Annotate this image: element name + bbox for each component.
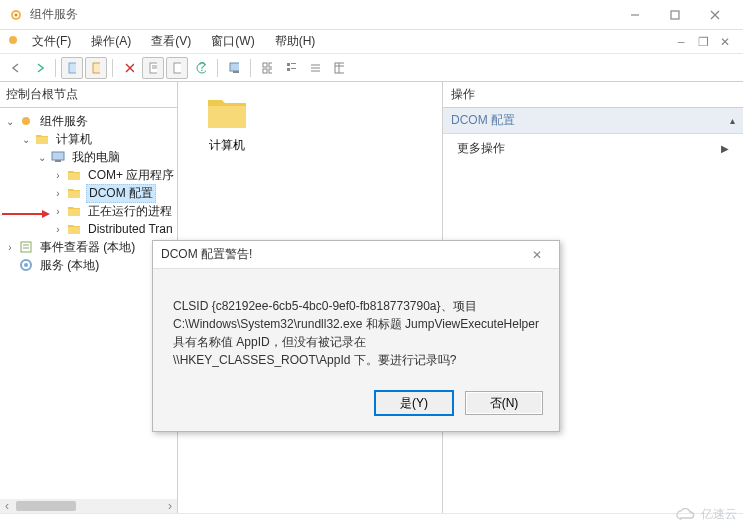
svg-rect-22 <box>263 69 267 73</box>
mdi-close-icon[interactable]: ✕ <box>717 34 733 50</box>
svg-rect-26 <box>287 68 290 71</box>
toolbar-refresh-button[interactable] <box>166 57 188 79</box>
content-item-computers[interactable]: 计算机 <box>192 96 262 154</box>
menu-file[interactable]: 文件(F) <box>24 31 79 52</box>
tree-node-dcom[interactable]: › DCOM 配置 <box>0 184 177 202</box>
actions-more[interactable]: 更多操作 ▶ <box>443 134 743 163</box>
tree-node-running[interactable]: › 正在运行的进程 <box>0 202 177 220</box>
tree-node-services[interactable]: › 服务 (本地) <box>0 256 177 274</box>
svg-rect-21 <box>269 63 272 67</box>
view-large-icons-button[interactable] <box>256 57 278 79</box>
folder-icon <box>34 131 50 147</box>
nav-forward-button[interactable] <box>28 57 50 79</box>
tree-node-label: 服务 (本地) <box>38 257 101 274</box>
expand-icon[interactable]: › <box>52 223 64 235</box>
toolbar-separator <box>217 59 218 77</box>
app-small-icon <box>6 33 20 50</box>
content-item-label: 计算机 <box>209 137 245 154</box>
tree-header[interactable]: 控制台根节点 <box>0 82 177 108</box>
toolbar-properties-button[interactable] <box>142 57 164 79</box>
svg-rect-15 <box>174 63 181 73</box>
folder-icon <box>66 203 82 219</box>
view-details-button[interactable] <box>328 57 350 79</box>
svg-rect-9 <box>93 63 100 73</box>
toolbar-show-tree-button[interactable] <box>61 57 83 79</box>
scroll-right-icon[interactable]: › <box>163 499 177 513</box>
expand-icon[interactable]: ⌄ <box>36 151 48 163</box>
statusbar <box>0 513 743 527</box>
maximize-button[interactable] <box>655 1 695 29</box>
tree-node-label: 我的电脑 <box>70 149 122 166</box>
tree-node-mycomputer[interactable]: ⌄ 我的电脑 <box>0 148 177 166</box>
svg-point-34 <box>22 117 30 125</box>
mdi-restore-icon[interactable]: ❐ <box>695 34 711 50</box>
actions-more-label: 更多操作 <box>457 140 505 157</box>
folder-large-icon <box>206 96 248 133</box>
dialog-yes-button[interactable]: 是(Y) <box>375 391 453 415</box>
svg-rect-19 <box>233 71 239 73</box>
tree-node-complus[interactable]: › COM+ 应用程序 <box>0 166 177 184</box>
tree-node-label: 正在运行的进程 <box>86 203 174 220</box>
expand-icon[interactable]: › <box>52 205 64 217</box>
tree-node-dtc[interactable]: › Distributed Tran <box>0 220 177 238</box>
expand-icon[interactable]: ⌄ <box>20 133 32 145</box>
mdi-minimize-icon[interactable]: – <box>673 34 689 50</box>
tree-horizontal-scrollbar[interactable]: ‹ › <box>0 499 177 513</box>
svg-rect-18 <box>230 63 239 71</box>
toolbar-up-button[interactable] <box>85 57 107 79</box>
toolbar-computer-icon[interactable] <box>223 57 245 79</box>
folder-icon <box>66 167 82 183</box>
computer-icon <box>50 149 66 165</box>
menu-window[interactable]: 窗口(W) <box>203 31 262 52</box>
close-button[interactable] <box>695 1 735 29</box>
toolbar-separator <box>112 59 113 77</box>
menu-help[interactable]: 帮助(H) <box>267 31 324 52</box>
svg-point-41 <box>24 263 28 267</box>
expand-icon[interactable]: › <box>4 241 16 253</box>
tree-node-component-services[interactable]: ⌄ 组件服务 <box>0 112 177 130</box>
tree-node-label: COM+ 应用程序 <box>86 167 176 184</box>
dialog-no-button[interactable]: 否(N) <box>465 391 543 415</box>
toolbar-help-button[interactable]: ? <box>190 57 212 79</box>
expand-icon[interactable]: › <box>52 169 64 181</box>
window-titlebar: 组件服务 <box>0 0 743 30</box>
svg-point-2 <box>15 13 18 16</box>
toolbar-separator <box>250 59 251 77</box>
svg-text:?: ? <box>199 62 206 74</box>
dialog-close-button[interactable]: ✕ <box>523 245 551 265</box>
svg-rect-25 <box>291 63 296 64</box>
expand-icon[interactable]: ⌄ <box>4 115 16 127</box>
actions-header: 操作 <box>443 82 743 108</box>
view-small-icons-button[interactable] <box>280 57 302 79</box>
collapse-icon[interactable]: ▴ <box>730 115 735 126</box>
window-title: 组件服务 <box>30 6 615 23</box>
cloud-icon <box>675 508 697 522</box>
watermark-text: 亿速云 <box>701 506 737 523</box>
menu-view[interactable]: 查看(V) <box>143 31 199 52</box>
svg-rect-37 <box>21 242 31 252</box>
nav-back-button[interactable] <box>4 57 26 79</box>
svg-rect-4 <box>671 11 679 19</box>
svg-rect-23 <box>269 69 272 73</box>
tree-node-label: DCOM 配置 <box>86 184 156 203</box>
actions-group-title[interactable]: DCOM 配置 ▴ <box>443 108 743 134</box>
toolbar-delete-button[interactable] <box>118 57 140 79</box>
tree-node-label: Distributed Tran <box>86 222 175 236</box>
minimize-button[interactable] <box>615 1 655 29</box>
folder-icon <box>66 221 82 237</box>
expand-icon[interactable]: › <box>52 187 64 199</box>
menubar: 文件(F) 操作(A) 查看(V) 窗口(W) 帮助(H) – ❐ ✕ <box>0 30 743 54</box>
svg-rect-36 <box>55 160 61 162</box>
svg-point-7 <box>9 36 17 44</box>
dialog-titlebar[interactable]: DCOM 配置警告! ✕ <box>153 241 559 269</box>
scroll-left-icon[interactable]: ‹ <box>0 499 14 513</box>
scrollbar-thumb[interactable] <box>16 501 76 511</box>
dialog-body: CLSID {c82192ee-6cb5-4bc0-9ef0-fb8187737… <box>153 269 559 381</box>
menu-action[interactable]: 操作(A) <box>83 31 139 52</box>
tree-node-computers[interactable]: ⌄ 计算机 <box>0 130 177 148</box>
tree-node-eventviewer[interactable]: › 事件查看器 (本地) <box>0 238 177 256</box>
view-list-button[interactable] <box>304 57 326 79</box>
svg-rect-27 <box>291 68 296 69</box>
svg-rect-8 <box>69 63 76 73</box>
toolbar-separator <box>55 59 56 77</box>
